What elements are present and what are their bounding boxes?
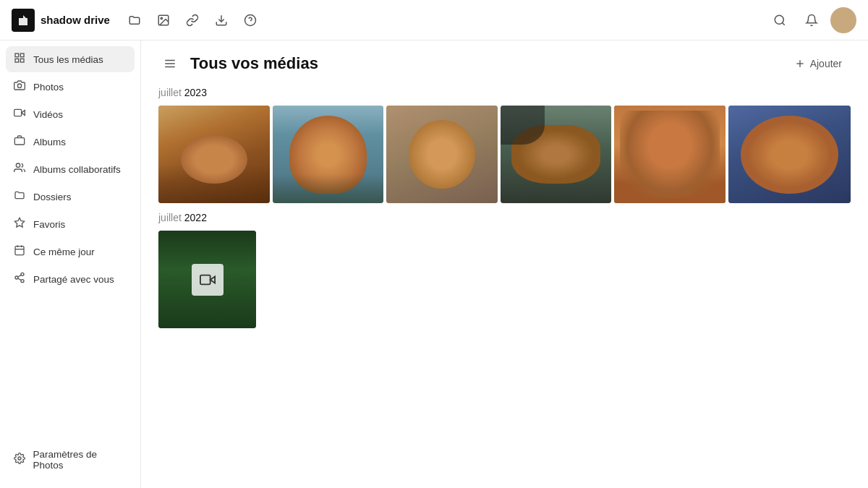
photo-item-p1[interactable] bbox=[158, 106, 270, 203]
sidebar-nav: Tous les médias Photos bbox=[0, 46, 140, 292]
sidebar-label-partage-avec-vous: Partagé avec vous bbox=[33, 274, 114, 285]
svg-point-1 bbox=[161, 17, 162, 19]
topbar: shadow drive bbox=[0, 0, 868, 40]
svg-point-5 bbox=[775, 15, 783, 24]
svg-point-23 bbox=[21, 280, 24, 283]
folder-nav-button[interactable] bbox=[122, 7, 148, 33]
sidebar-bottom: Paramètres de Photos bbox=[0, 437, 140, 482]
menu-toggle-button[interactable] bbox=[158, 52, 182, 75]
page-title: Tous vos médias bbox=[190, 54, 318, 73]
people-icon bbox=[13, 162, 26, 176]
svg-rect-14 bbox=[14, 138, 24, 145]
topbar-left: shadow drive bbox=[12, 7, 263, 33]
photo-row-2022 bbox=[158, 231, 851, 328]
sidebar-item-dossiers[interactable]: Dossiers bbox=[6, 184, 135, 210]
grid-icon bbox=[13, 52, 26, 67]
main-header-left: Tous vos médias bbox=[158, 52, 318, 75]
sidebar-item-tous-medias[interactable]: Tous les médias bbox=[6, 46, 135, 72]
download-nav-button[interactable] bbox=[208, 7, 234, 33]
sidebar-item-videos[interactable]: Vidéos bbox=[6, 101, 135, 127]
svg-rect-10 bbox=[20, 59, 24, 62]
svg-line-6 bbox=[782, 22, 784, 25]
sidebar-label-dossiers: Dossiers bbox=[33, 192, 72, 202]
sidebar-item-ce-meme-jour[interactable]: Ce même jour bbox=[6, 239, 135, 265]
search-button[interactable] bbox=[767, 7, 793, 33]
parametres-label: Paramètres de Photos bbox=[33, 449, 127, 471]
svg-rect-7 bbox=[15, 53, 19, 57]
section-year-2022: 2022 bbox=[184, 212, 207, 223]
section-year-2023: 2023 bbox=[184, 87, 207, 98]
svg-line-25 bbox=[18, 275, 22, 277]
folder-icon bbox=[13, 189, 26, 204]
sidebar-label-favoris: Favoris bbox=[33, 219, 65, 230]
camera-icon bbox=[13, 80, 26, 94]
section-label-2023: juillet 2023 bbox=[158, 87, 851, 98]
section-month-2023: juillet bbox=[158, 87, 184, 98]
svg-line-24 bbox=[18, 278, 22, 281]
add-button[interactable]: Ajouter bbox=[786, 53, 851, 74]
logo[interactable]: shadow drive bbox=[12, 9, 110, 32]
sidebar-item-partage-avec-vous[interactable]: Partagé avec vous bbox=[6, 266, 135, 292]
photo-item-p4[interactable] bbox=[501, 106, 612, 203]
logo-text: shadow drive bbox=[41, 14, 110, 26]
svg-rect-17 bbox=[15, 247, 24, 255]
svg-point-11 bbox=[17, 84, 21, 87]
svg-point-26 bbox=[18, 457, 21, 460]
avatar[interactable] bbox=[830, 7, 856, 33]
svg-point-22 bbox=[15, 276, 18, 279]
topbar-right bbox=[767, 7, 856, 33]
photo-item-p5[interactable] bbox=[614, 106, 726, 203]
body-wrap: Tous les médias Photos bbox=[0, 40, 868, 488]
star-icon bbox=[13, 217, 26, 231]
svg-rect-9 bbox=[15, 59, 19, 62]
albums-icon bbox=[13, 134, 26, 149]
svg-rect-33 bbox=[200, 275, 210, 284]
photo-item-p6[interactable] bbox=[728, 106, 851, 203]
svg-marker-32 bbox=[210, 276, 214, 283]
section-label-2022: juillet 2022 bbox=[158, 212, 851, 223]
sidebar-label-videos: Vidéos bbox=[33, 109, 63, 120]
gear-icon bbox=[13, 453, 25, 467]
main-content: Tous vos médias Ajouter juillet 2023 bbox=[141, 40, 868, 488]
image-nav-button[interactable] bbox=[150, 7, 176, 33]
sidebar-label-albums-collab: Albums collaboratifs bbox=[33, 164, 121, 175]
sidebar-item-albums[interactable]: Albums bbox=[6, 129, 135, 155]
calendar-icon bbox=[13, 244, 26, 259]
help-nav-button[interactable] bbox=[237, 7, 263, 33]
photo-item-p2[interactable] bbox=[273, 106, 384, 203]
sidebar-label-photos: Photos bbox=[33, 82, 64, 93]
svg-point-15 bbox=[16, 163, 20, 167]
svg-rect-8 bbox=[20, 53, 24, 57]
sidebar-label-tous-medias: Tous les médias bbox=[33, 54, 103, 65]
svg-marker-16 bbox=[14, 218, 24, 227]
sidebar-item-photos[interactable]: Photos bbox=[6, 74, 135, 100]
sidebar-item-favoris[interactable]: Favoris bbox=[6, 211, 135, 237]
video-icon bbox=[13, 107, 26, 121]
parametres-button[interactable]: Paramètres de Photos bbox=[6, 443, 135, 476]
photo-row-2023 bbox=[158, 106, 851, 203]
notification-button[interactable] bbox=[799, 7, 825, 33]
svg-marker-12 bbox=[22, 111, 25, 116]
link-nav-button[interactable] bbox=[179, 7, 205, 33]
share-icon bbox=[13, 272, 26, 286]
sidebar-label-albums: Albums bbox=[33, 137, 66, 147]
logo-icon bbox=[12, 9, 35, 32]
sidebar-item-albums-collab[interactable]: Albums collaboratifs bbox=[6, 156, 135, 182]
video-item-v1[interactable] bbox=[158, 231, 256, 328]
add-button-label: Ajouter bbox=[810, 58, 842, 69]
topbar-icons bbox=[122, 7, 263, 33]
photo-item-p3[interactable] bbox=[386, 106, 498, 203]
section-month-2022: juillet bbox=[158, 212, 184, 223]
svg-rect-13 bbox=[14, 109, 22, 116]
svg-point-21 bbox=[21, 273, 24, 275]
main-header: Tous vos médias Ajouter bbox=[158, 52, 851, 75]
sidebar: Tous les médias Photos bbox=[0, 40, 141, 488]
sidebar-label-ce-meme-jour: Ce même jour bbox=[33, 247, 95, 257]
